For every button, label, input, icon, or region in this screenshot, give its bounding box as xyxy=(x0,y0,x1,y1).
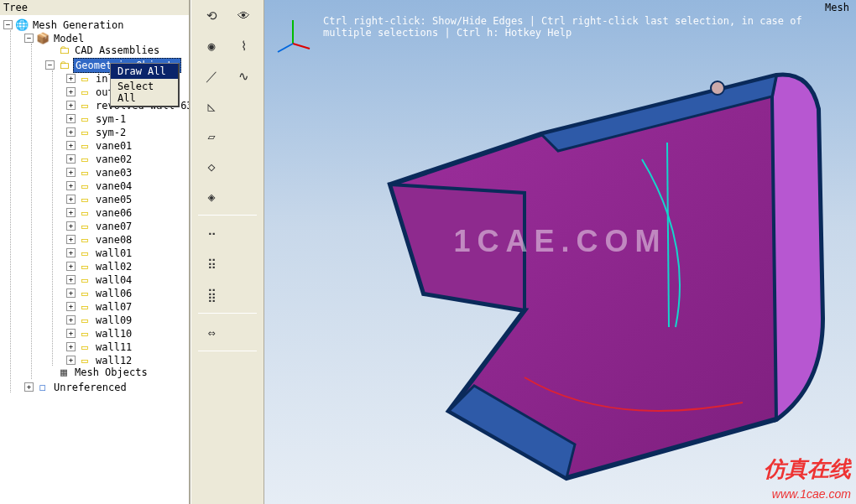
dots-halo-icon[interactable]: ⠿ xyxy=(196,252,227,278)
expand-icon[interactable]: + xyxy=(66,342,76,351)
collapse-icon[interactable]: − xyxy=(45,60,55,70)
expand-icon[interactable]: + xyxy=(66,315,76,325)
expand-icon[interactable]: − xyxy=(24,34,34,43)
line-icon[interactable]: ／ xyxy=(196,64,227,89)
separator xyxy=(198,215,257,216)
separator xyxy=(198,313,257,314)
reset-width-icon[interactable]: ⇔ xyxy=(196,320,227,346)
node-mesh-objects[interactable]: ▦ Mesh Objects xyxy=(45,366,149,379)
expand-icon[interactable]: + xyxy=(66,248,76,257)
viewport-title: Mesh xyxy=(825,2,849,13)
expand-icon[interactable]: + xyxy=(66,74,76,83)
svg-line-2 xyxy=(278,44,293,52)
expand-icon[interactable]: + xyxy=(66,114,76,123)
mesh-icon: ▦ xyxy=(57,366,70,379)
triangle-icon[interactable]: ◺ xyxy=(196,94,227,119)
cylinder-icon[interactable]: ⌇ xyxy=(228,34,258,59)
expand-icon[interactable]: + xyxy=(66,154,76,164)
expand-icon[interactable]: + xyxy=(66,262,76,271)
spline-icon[interactable]: ∿ xyxy=(228,64,258,89)
eye-icon[interactable]: 👁 xyxy=(228,3,258,29)
plane-icon[interactable]: ▱ xyxy=(196,124,227,149)
expand-icon[interactable]: + xyxy=(66,329,76,338)
separator xyxy=(198,351,257,351)
expand-icon[interactable]: + xyxy=(66,288,76,298)
rotate-3d-icon[interactable]: ⟲ xyxy=(196,3,227,29)
toolbox: ⟲👁◉⌇／∿◺▱◇◈ ⠒⠿⣿ ⇔ xyxy=(191,0,264,504)
circle-dot-icon[interactable]: ◉ xyxy=(196,34,227,59)
expand-icon[interactable]: + xyxy=(66,356,76,365)
folder-icon: 🗀 xyxy=(57,44,70,57)
expand-icon[interactable]: + xyxy=(66,141,76,150)
shaded-cube-icon[interactable]: ◈ xyxy=(196,184,227,210)
expand-icon[interactable]: + xyxy=(66,235,76,244)
cube-icon[interactable]: ◇ xyxy=(196,154,227,179)
expand-icon[interactable]: + xyxy=(66,101,76,110)
expand-icon[interactable]: + xyxy=(66,127,76,137)
expand-icon[interactable]: + xyxy=(66,275,76,284)
node-cad-assemblies[interactable]: 🗀 CAD Assemblies xyxy=(45,44,161,57)
expand-icon[interactable]: + xyxy=(24,382,34,392)
expand-icon[interactable]: + xyxy=(66,302,76,311)
expand-icon[interactable]: + xyxy=(66,87,76,96)
watermark-url: www.1cae.com xyxy=(772,487,851,501)
unref-icon: ◻ xyxy=(36,381,50,394)
ctx-draw-all[interactable]: Draw All xyxy=(111,64,178,79)
dots-sparse-icon[interactable]: ⠒ xyxy=(196,222,227,247)
expand-icon[interactable]: − xyxy=(3,20,13,29)
watermark-tag: 仿真在线 xyxy=(764,455,851,484)
expand-icon[interactable]: + xyxy=(66,181,76,190)
expand-icon[interactable]: + xyxy=(66,208,76,217)
expand-icon[interactable]: + xyxy=(66,221,76,231)
context-menu: Draw All Select All xyxy=(110,63,180,107)
expand-icon[interactable]: + xyxy=(66,195,76,204)
expand-icon[interactable]: + xyxy=(66,168,76,177)
tree-title: Tree xyxy=(0,0,189,15)
geometry-model-icon xyxy=(306,25,843,495)
viewport[interactable]: Mesh Ctrl right-click: Show/Hide Edges |… xyxy=(264,0,856,504)
node-unreferenced[interactable]: + ◻ Unreferenced xyxy=(24,381,128,394)
svg-point-3 xyxy=(711,81,724,95)
ctx-select-all[interactable]: Select All xyxy=(111,79,178,106)
dots-dense-icon[interactable]: ⣿ xyxy=(196,283,227,308)
